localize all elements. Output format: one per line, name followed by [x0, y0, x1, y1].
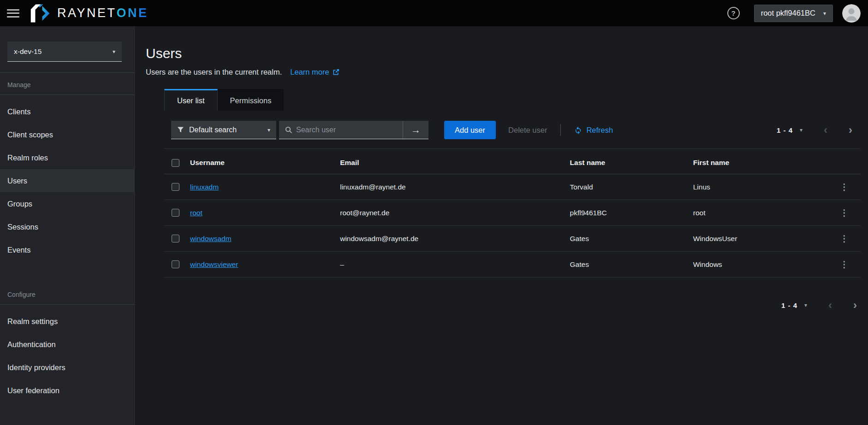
filter-icon: [177, 126, 184, 133]
hamburger-menu-icon[interactable]: [7, 7, 19, 19]
username-link[interactable]: linuxadm: [190, 183, 219, 191]
help-icon[interactable]: ?: [727, 7, 740, 19]
sidebar-section-configure: Configure: [0, 283, 134, 305]
row-checkbox[interactable]: [172, 235, 179, 242]
tab-permissions-label: Permissions: [230, 96, 272, 105]
user-menu-button[interactable]: root pkfl9461BC ▾: [754, 5, 833, 22]
pagination-bottom-wrap: 1 - 4 ▾ ‹ ›: [164, 277, 861, 311]
app-shell: RAYNETONE ? root pkfl9461BC ▾ x-dev-15: [0, 0, 868, 425]
last-name-cell: Torvald: [566, 174, 690, 200]
learn-more-label: Learn more: [290, 68, 329, 77]
brand-name: RAYNETONE: [57, 6, 149, 20]
first-name-cell: root: [690, 200, 828, 226]
kebab-menu-icon[interactable]: ⋮: [828, 200, 861, 226]
sidebar-item-users[interactable]: Users: [0, 169, 134, 192]
kebab-menu-icon[interactable]: ⋮: [828, 226, 861, 252]
row-checkbox[interactable]: [172, 260, 179, 268]
search-box: →: [279, 121, 428, 139]
refresh-button[interactable]: Refresh: [574, 126, 613, 135]
add-user-button[interactable]: Add user: [444, 121, 496, 139]
pagination-caret-down-icon[interactable]: ▾: [804, 302, 807, 308]
brand-logo: RAYNETONE: [30, 4, 149, 23]
last-name-cell: pkfl9461BC: [566, 200, 690, 226]
caret-down-icon: ▾: [113, 48, 115, 55]
pagination-caret-down-icon[interactable]: ▾: [800, 127, 803, 133]
email-cell: windowsadm@raynet.de: [336, 226, 566, 252]
chevron-left-icon[interactable]: ‹: [824, 124, 827, 136]
tab-strip: User list Permissions: [164, 89, 861, 111]
sidebar-item-client-scopes[interactable]: Client scopes: [0, 123, 134, 146]
learn-more-link[interactable]: Learn more: [290, 68, 339, 77]
username-link[interactable]: windowsviewer: [190, 260, 238, 268]
realm-selector[interactable]: x-dev-15 ▾: [7, 41, 122, 62]
sidebar-nav-manage: Clients Client scopes Realm roles Users …: [0, 95, 134, 261]
pagination-bottom: 1 - 4 ▾ ‹ ›: [781, 300, 857, 311]
table-header-row: Username Email Last name First name: [164, 149, 861, 174]
kebab-menu-icon[interactable]: ⋮: [828, 174, 861, 200]
help-glyph: ?: [731, 9, 736, 17]
sidebar-item-authentication[interactable]: Authentication: [0, 333, 134, 356]
first-name-cell: WindowsUser: [690, 226, 828, 252]
page-description: Users are the users in the current realm…: [146, 68, 282, 77]
top-bar: RAYNETONE ? root pkfl9461BC ▾: [0, 0, 868, 26]
pagination-range: 1 - 4: [781, 301, 797, 309]
person-icon: [842, 4, 861, 23]
sidebar-item-clients[interactable]: Clients: [0, 100, 134, 123]
sidebar-item-user-federation[interactable]: User federation: [0, 379, 134, 402]
row-checkbox[interactable]: [172, 183, 179, 191]
chevron-right-icon[interactable]: ›: [853, 300, 857, 311]
last-name-cell: Gates: [566, 252, 690, 277]
tab-user-list-label: User list: [177, 96, 205, 105]
search-type-dropdown[interactable]: Default search ▾: [171, 121, 276, 139]
pagination-top: 1 - 4 ▾ ‹ ›: [777, 124, 852, 136]
chevron-right-icon[interactable]: ›: [849, 124, 852, 136]
column-header-username: Username: [186, 149, 336, 174]
username-link[interactable]: root: [190, 209, 202, 217]
toolbar-divider: [560, 124, 561, 136]
arrow-right-icon: →: [411, 124, 421, 136]
last-name-cell: Gates: [566, 226, 690, 252]
brand-name-primary: RAYNET: [57, 6, 117, 20]
select-all-checkbox[interactable]: [172, 159, 179, 167]
search-type-label: Default search: [189, 126, 237, 134]
column-header-first-name: First name: [690, 149, 828, 174]
avatar[interactable]: [842, 4, 861, 23]
sidebar-item-identity-providers[interactable]: Identity providers: [0, 356, 134, 379]
toolbar: Default search ▾ → Add user: [164, 111, 861, 148]
first-name-cell: Linus: [690, 174, 828, 200]
brand-name-secondary: ONE: [117, 6, 149, 20]
page-description-row: Users are the users in the current realm…: [146, 68, 868, 77]
table-row: root root@raynet.de pkfl9461BC root ⋮: [164, 200, 861, 226]
sidebar-item-realm-roles[interactable]: Realm roles: [0, 146, 134, 169]
column-header-last-name: Last name: [566, 149, 690, 174]
user-menu-label: root pkfl9461BC: [761, 9, 815, 18]
kebab-menu-icon[interactable]: ⋮: [828, 252, 861, 277]
email-cell: –: [336, 252, 566, 277]
delete-user-button[interactable]: Delete user: [508, 126, 547, 135]
chevron-left-icon[interactable]: ‹: [828, 300, 832, 311]
main-content: Users Users are the users in the current…: [135, 26, 868, 425]
search-submit-button[interactable]: →: [403, 121, 428, 139]
row-checkbox[interactable]: [172, 209, 179, 217]
column-header-email: Email: [336, 149, 566, 174]
top-bar-right: ? root pkfl9461BC ▾: [727, 4, 861, 23]
external-link-icon: [333, 69, 339, 76]
sidebar-item-realm-settings[interactable]: Realm settings: [0, 310, 134, 333]
table-row: windowsadm windowsadm@raynet.de Gates Wi…: [164, 226, 861, 252]
table-row: windowsviewer – Gates Windows ⋮: [164, 252, 861, 277]
page-title: Users: [146, 46, 868, 61]
sidebar-section-manage: Manage: [0, 73, 134, 95]
sidebar-nav-configure: Realm settings Authentication Identity p…: [0, 305, 134, 402]
tab-section: User list Permissions Default search ▾: [164, 89, 861, 311]
sidebar-item-groups[interactable]: Groups: [0, 192, 134, 215]
sidebar-item-events[interactable]: Events: [0, 238, 134, 261]
tab-permissions[interactable]: Permissions: [218, 89, 284, 111]
username-link[interactable]: windowsadm: [190, 235, 232, 242]
sidebar-item-sessions[interactable]: Sessions: [0, 215, 134, 238]
search-input[interactable]: [296, 126, 403, 134]
brand-logo-icon: [30, 4, 51, 23]
table-row: linuxadm linuxadm@raynet.de Torvald Linu…: [164, 174, 861, 200]
users-table: Username Email Last name First name linu…: [164, 148, 861, 277]
pagination-range: 1 - 4: [777, 126, 793, 134]
tab-user-list[interactable]: User list: [164, 89, 218, 111]
